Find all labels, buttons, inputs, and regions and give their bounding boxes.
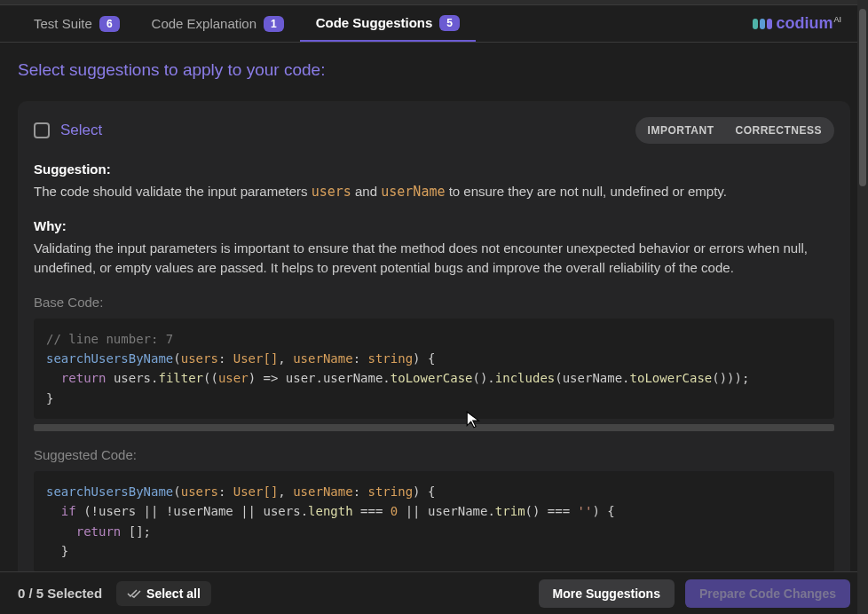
tab-badge: 6	[99, 16, 120, 32]
base-code-label: Base Code:	[34, 295, 834, 310]
content-area: Select suggestions to apply to your code…	[0, 43, 868, 571]
tab-code-explanation[interactable]: Code Explanation 1	[136, 5, 300, 42]
suggestion-card: Select IMPORTANT CORRECTNESS Suggestion:…	[18, 101, 850, 571]
tag-important: IMPORTANT	[637, 119, 725, 142]
tab-label: Code Suggestions	[316, 15, 433, 30]
suggestion-label: Suggestion:	[34, 161, 834, 177]
more-suggestions-button[interactable]: More Suggestions	[539, 579, 675, 608]
logo-text: codiumAI	[776, 14, 841, 33]
suggested-code-block: searchUsersByName(users: User[], userNam…	[34, 471, 834, 571]
select-all-label: Select all	[146, 586, 201, 601]
tab-badge: 5	[439, 15, 460, 31]
select-checkbox[interactable]	[34, 122, 50, 138]
page-heading: Select suggestions to apply to your code…	[18, 60, 850, 80]
selected-count: 0 / 5 Selected	[18, 586, 102, 601]
scrollbar-thumb[interactable]	[859, 9, 866, 186]
why-label: Why:	[34, 218, 834, 233]
footer-bar: 0 / 5 Selected Select all More Suggestio…	[0, 571, 868, 614]
tabs-bar: Test Suite 6 Code Explanation 1 Code Sug…	[0, 5, 868, 43]
code-scrollbar[interactable]	[34, 424, 834, 431]
why-text: Validating the input parameters is impor…	[34, 239, 834, 279]
tab-label: Code Explanation	[152, 16, 256, 31]
check-all-icon	[127, 586, 141, 601]
select-all-button[interactable]: Select all	[116, 581, 211, 606]
card-header: Select IMPORTANT CORRECTNESS	[34, 117, 834, 144]
vertical-scrollbar[interactable]	[857, 0, 868, 614]
tab-code-suggestions[interactable]: Code Suggestions 5	[300, 5, 476, 42]
suggested-code-label: Suggested Code:	[34, 447, 834, 462]
tag-correctness: CORRECTNESS	[724, 119, 832, 142]
tab-label: Test Suite	[34, 16, 92, 31]
tab-badge: 1	[264, 16, 284, 32]
base-code-block: // line number: 7 searchUsersByName(user…	[34, 319, 834, 420]
codium-logo: codiumAI	[753, 14, 841, 33]
select-label[interactable]: Select	[60, 122, 102, 139]
select-group: Select	[34, 122, 102, 139]
logo-icon	[753, 19, 772, 29]
prepare-changes-button[interactable]: Prepare Code Changes	[685, 579, 850, 608]
tab-test-suite[interactable]: Test Suite 6	[18, 5, 136, 42]
tags: IMPORTANT CORRECTNESS	[635, 117, 834, 144]
suggestion-text: The code should validate the input param…	[34, 182, 834, 202]
